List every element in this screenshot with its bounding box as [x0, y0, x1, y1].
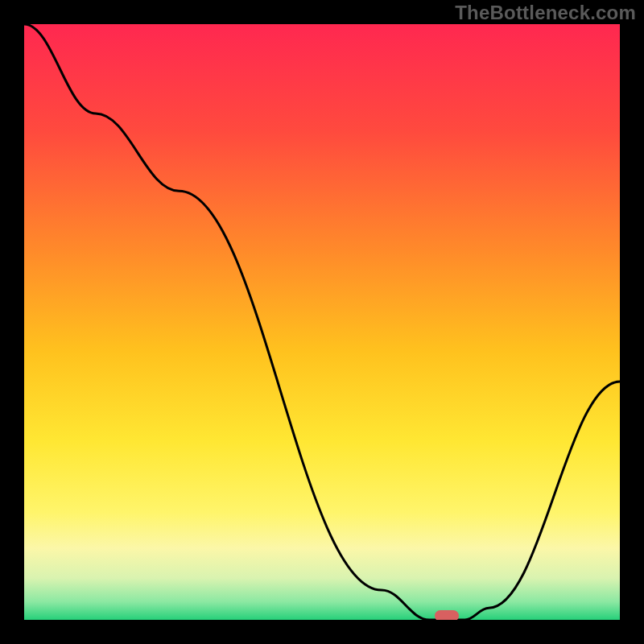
watermark: TheBottleneck.com: [455, 2, 636, 24]
plot-area: [24, 24, 620, 620]
chart-frame: TheBottleneck.com: [0, 0, 644, 644]
curve: [24, 24, 620, 620]
optimum-marker: [435, 610, 459, 620]
